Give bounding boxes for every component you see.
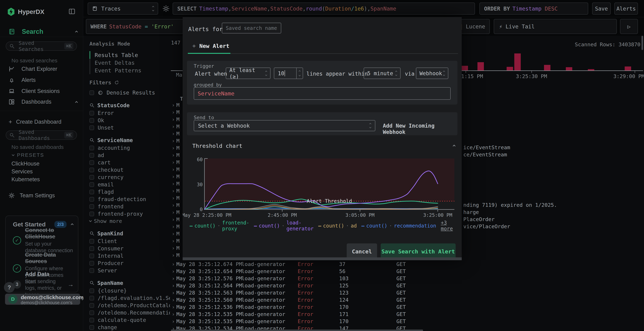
table-row[interactable]: ›M [170, 251, 184, 259]
save-search-with-alert-button[interactable]: Save Search with Alert [381, 243, 456, 260]
checkbox[interactable] [90, 197, 94, 202]
checkbox[interactable] [90, 168, 94, 172]
preset-kubernetes[interactable]: Kubernetes [12, 176, 40, 183]
table-row[interactable]: › May 28 3:25:12.560 PM load-generator E… [170, 296, 644, 303]
preset-services[interactable]: Services [12, 168, 33, 175]
table-row[interactable]: ›M [170, 165, 184, 173]
alerts-button[interactable]: Alerts [614, 2, 638, 15]
filter-value-row[interactable]: currency [90, 174, 168, 181]
table-row[interactable]: ›M [170, 216, 184, 223]
chevron-up-icon[interactable] [75, 31, 78, 34]
filter-value-row[interactable]: Ok [90, 117, 168, 124]
checkbox[interactable] [90, 125, 94, 130]
legend-item[interactable]: — count() · frontend-proxy [190, 220, 249, 232]
table-row[interactable]: ›M [170, 108, 184, 115]
table-row[interactable]: ›M [170, 144, 184, 151]
expand-row-icon[interactable]: › [172, 261, 175, 267]
cancel-button[interactable]: Cancel [347, 243, 377, 260]
filter-value-row[interactable]: ad [90, 152, 168, 159]
save-button[interactable]: Save [592, 2, 611, 15]
sidebar-item-client-sessions[interactable]: Client Sessions [8, 88, 60, 94]
table-row[interactable]: ›M [170, 230, 184, 237]
table-row[interactable]: › May 28 3:25:12.535 PM load-generator E… [170, 310, 644, 318]
filter-value-row[interactable]: change [90, 324, 168, 331]
show-more-toggle[interactable]: Show more [90, 218, 168, 225]
checkbox[interactable] [90, 204, 94, 209]
filter-value-row[interactable]: email [90, 181, 168, 188]
comparator-select[interactable]: At least (≥) [226, 67, 270, 79]
expand-row-icon[interactable]: › [172, 290, 175, 296]
checkbox[interactable] [90, 268, 94, 273]
filter-value-row[interactable]: /oteldemo.Recommendatio… [90, 309, 168, 316]
denoise-checkbox-row[interactable]: Denoise Results [90, 89, 168, 96]
spinner-buttons[interactable] [296, 68, 303, 79]
time-window-select[interactable]: 5 minute [364, 67, 400, 79]
table-row[interactable]: ›M [170, 101, 184, 108]
modal-scrollbar[interactable] [183, 257, 462, 260]
filter-value-row[interactable]: /flagd.evaluation.v1.Se… [90, 294, 168, 302]
checkbox[interactable] [90, 303, 94, 308]
filter-value-row[interactable]: Unset [90, 124, 168, 131]
sidebar-item-chart-explorer[interactable]: Chart Explorer [8, 66, 57, 72]
table-row[interactable]: › May 28 3:25:12.536 PM load-generator E… [170, 303, 644, 310]
analysis-mode-tab[interactable]: Event Patterns [90, 66, 168, 74]
legend-more-link[interactable]: +3 more [441, 220, 458, 232]
table-row[interactable]: › May 28 3:25:12.563 PM load-generator E… [170, 289, 644, 296]
checkbox[interactable] [90, 212, 94, 216]
checkbox[interactable] [90, 160, 94, 165]
filter-value-row[interactable]: /oteldemo.ProductCatalo… [90, 302, 168, 309]
threshold-value-stepper[interactable]: 10 [274, 67, 303, 79]
sidebar-item-search[interactable]: Search [8, 28, 43, 35]
filter-value-row[interactable]: Server [90, 267, 168, 274]
webhook-select[interactable]: Select a Webhook [194, 120, 375, 131]
filter-value-row[interactable]: Consumer [90, 245, 168, 252]
gear-icon[interactable] [162, 5, 170, 12]
expand-row-icon[interactable]: › [172, 318, 175, 325]
checkbox[interactable] [90, 182, 94, 187]
table-row[interactable]: › May 28 3:25:12.674 PM load-generator E… [170, 260, 644, 267]
chevron-up-icon[interactable] [71, 223, 74, 226]
run-query-button[interactable]: ▷ [620, 19, 638, 34]
expand-row-icon[interactable]: › [172, 304, 175, 310]
select-clause-input[interactable]: SELECT Timestamp,ServiceName,StatusCode,… [173, 2, 475, 15]
collapse-sidebar-icon[interactable] [68, 8, 76, 15]
lucene-toggle[interactable]: Lucene [466, 23, 485, 30]
expand-row-icon[interactable]: › [172, 275, 175, 282]
filter-value-row[interactable]: cart [90, 159, 168, 166]
filter-value-row[interactable]: frontend-proxy [90, 210, 168, 218]
table-row[interactable]: › May 28 3:25:12.564 PM load-generator E… [170, 282, 644, 289]
get-started-item[interactable]: ✓Connect to ClickHouseSet up your databa… [13, 227, 74, 254]
search-icon[interactable] [90, 103, 94, 108]
grouped-by-input[interactable] [194, 88, 450, 99]
search-icon[interactable] [90, 138, 94, 143]
legend-item[interactable]: — count() · load-generator [254, 220, 314, 232]
expand-row-icon[interactable]: › [172, 268, 175, 274]
chevron-up-icon[interactable] [75, 101, 78, 104]
grouped-by-field[interactable] [194, 87, 450, 100]
checkbox[interactable] [90, 318, 94, 323]
checkbox[interactable] [90, 289, 94, 293]
filter-value-row[interactable]: calculate-quote [90, 316, 168, 324]
expand-row-icon[interactable]: › [172, 283, 175, 289]
filter-value-row[interactable]: Client [90, 238, 168, 245]
table-row[interactable]: › May 28 3:25:12.576 PM load-generator E… [170, 275, 644, 282]
analysis-mode-tab[interactable]: Event Deltas [90, 59, 168, 66]
checkbox[interactable] [90, 239, 94, 244]
checkbox[interactable] [90, 311, 94, 315]
search-icon[interactable] [90, 281, 94, 286]
table-row[interactable]: ›M [170, 208, 184, 216]
table-row[interactable]: ›M [170, 187, 184, 194]
table-row[interactable]: ›M [170, 137, 184, 144]
legend-item[interactable]: — count() · recommendation [361, 220, 436, 232]
threshold-value[interactable]: 10 [274, 70, 284, 76]
filter-value-row[interactable]: {closure} [90, 287, 168, 294]
tab-new-alert[interactable]: + New Alert [192, 42, 229, 49]
sidebar-item-team-settings[interactable]: Team Settings [8, 192, 55, 199]
table-row[interactable]: ›M [170, 158, 184, 165]
vertical-scrollbar[interactable] [642, 36, 643, 50]
table-row[interactable]: ›M [170, 201, 184, 208]
create-dashboard-button[interactable]: + Create Dashboard [8, 118, 61, 125]
filter-value-row[interactable]: Producer [90, 260, 168, 267]
table-row[interactable]: ›M [170, 237, 184, 244]
saved-dashboards-input[interactable]: Saved Dashboards ⌘K [6, 130, 77, 140]
